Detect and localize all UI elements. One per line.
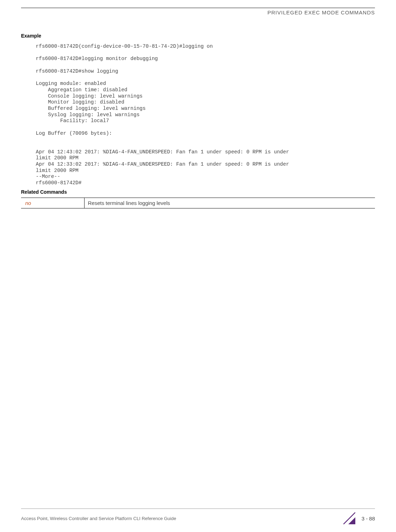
- related-command-name: no: [21, 198, 84, 208]
- example-code-block: rfs6000-81742D(config-device-00-15-70-81…: [36, 44, 375, 186]
- footer-right-group: 3 - 88: [343, 512, 375, 524]
- footer-rule: [21, 508, 375, 509]
- page-footer: Access Point, Wireless Controller and Se…: [0, 508, 396, 524]
- footer-guide-title: Access Point, Wireless Controller and Se…: [21, 516, 176, 521]
- related-commands-table: no Resets terminal lines logging levels: [21, 198, 375, 208]
- corner-decoration-icon: [343, 512, 355, 524]
- page-number: 3 - 88: [362, 516, 375, 521]
- table-row: no Resets terminal lines logging levels: [21, 198, 375, 208]
- header-rule: [21, 8, 375, 8]
- example-heading: Example: [21, 33, 375, 39]
- related-command-desc: Resets terminal lines logging levels: [84, 198, 375, 208]
- page-content: Example rfs6000-81742D(config-device-00-…: [0, 15, 396, 208]
- related-commands-heading: Related Commands: [21, 189, 375, 195]
- footer-row: Access Point, Wireless Controller and Se…: [21, 512, 375, 524]
- header-title: PRIVILEGED EXEC MODE COMMANDS: [0, 9, 375, 15]
